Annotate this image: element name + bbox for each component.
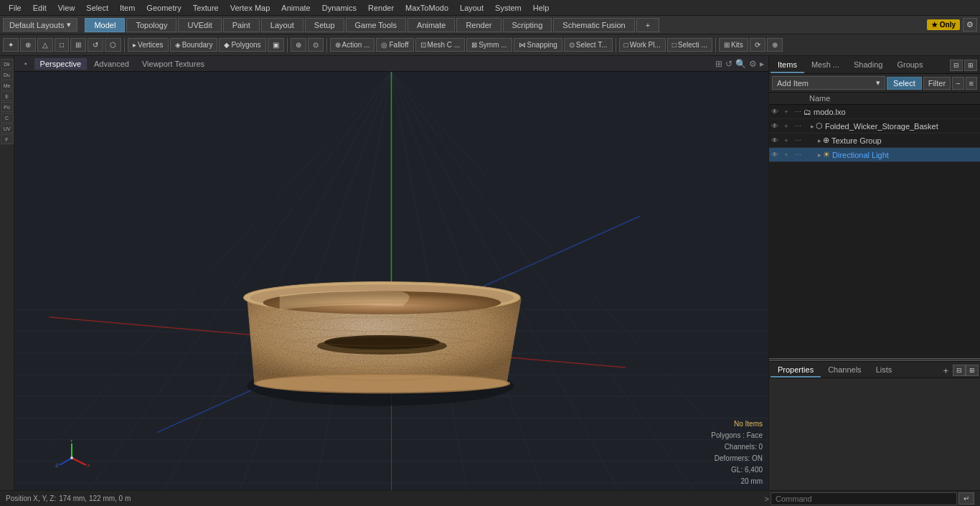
menu-help[interactable]: Help — [527, 2, 555, 14]
tab-game-tools[interactable]: Game Tools — [346, 18, 407, 32]
left-tool-dup[interactable]: Du — [1, 70, 14, 80]
command-input[interactable] — [771, 492, 957, 505]
tool-falloff[interactable]: ◎ Falloff — [376, 38, 413, 52]
add-texgroup[interactable]: + — [781, 137, 792, 144]
list-item-dirlight[interactable]: 👁 + ⋯ ▸ ☀ Directional Light — [769, 148, 980, 162]
tool-boundary[interactable]: ◈ Boundary — [170, 38, 218, 52]
menu-edit[interactable]: Edit — [27, 2, 52, 14]
layout-settings-btn[interactable]: ⚙ — [963, 18, 977, 32]
tab-animate[interactable]: Animate — [407, 18, 455, 32]
menu-view[interactable]: View — [52, 2, 81, 14]
tool-circle[interactable]: ⊕ — [20, 38, 36, 52]
tool-action[interactable]: ⊕ Action ... — [330, 38, 375, 52]
tool-expand[interactable]: ⊕ — [767, 38, 783, 52]
props-collapse-btn[interactable]: ⊟ — [953, 365, 966, 376]
eye-dirlight[interactable]: 👁 — [769, 151, 781, 159]
viewport-canvas[interactable]: X Y Z No Items Polygons : Face Channels:… — [14, 72, 768, 490]
tool-kits[interactable]: ⊞ Kits — [719, 38, 748, 52]
tool-snapping[interactable]: ⋈ Snapping — [514, 38, 562, 52]
eye-modo[interactable]: 👁 — [769, 108, 781, 116]
props-tab-lists[interactable]: Lists — [869, 363, 900, 378]
tool-toggle2[interactable]: ⊙ — [308, 38, 324, 52]
tab-model[interactable]: Model — [85, 18, 125, 32]
tab-setup[interactable]: Setup — [305, 18, 344, 32]
items-minus-btn[interactable]: − — [952, 77, 963, 90]
vp-ctrl-settings[interactable]: ⚙ — [749, 59, 757, 69]
menu-file[interactable]: File — [3, 2, 27, 14]
menu-select[interactable]: Select — [80, 2, 114, 14]
list-item-texgroup[interactable]: 👁 + ⋯ ▸ ⊕ Texture Group — [769, 133, 980, 148]
vp-ctrl-more[interactable]: ▸ — [760, 59, 764, 69]
tool-mesh-c[interactable]: ⊡ Mesh C ... — [415, 38, 466, 52]
left-tool-mes[interactable]: Me — [1, 80, 14, 90]
eye-texgroup[interactable]: 👁 — [769, 136, 781, 144]
props-tab-channels[interactable]: Channels — [821, 363, 868, 378]
link-modo[interactable]: ⋯ — [792, 108, 804, 116]
left-tool-uv[interactable]: UV — [1, 123, 14, 133]
menu-animate[interactable]: Animate — [275, 2, 316, 14]
list-item-basket[interactable]: 👁 + ⋯ ▸ ⬡ Folded_Wicker_Storage_Basket — [769, 119, 980, 133]
tool-cursor[interactable]: ✦ — [3, 38, 19, 52]
add-item-button[interactable]: Add Item ▾ — [772, 76, 885, 90]
tool-grid[interactable]: ⊞ — [70, 38, 86, 52]
props-add-btn[interactable]: + — [938, 364, 953, 378]
tool-vertices[interactable]: ▸ Vertices — [128, 38, 169, 52]
items-settings-btn[interactable]: ≡ — [966, 77, 977, 90]
tool-item-sel[interactable]: ▣ — [268, 38, 284, 52]
menu-maxtomodo[interactable]: MaxToModo — [400, 2, 454, 14]
menu-dynamics[interactable]: Dynamics — [316, 2, 362, 14]
command-submit-btn[interactable]: ↵ — [958, 492, 974, 505]
tool-polygons[interactable]: ◆ Polygons — [219, 38, 265, 52]
menu-vertex-map[interactable]: Vertex Map — [225, 2, 276, 14]
right-tab-groups[interactable]: Groups — [890, 57, 930, 73]
menu-layout[interactable]: Layout — [454, 2, 489, 14]
tool-rotate[interactable]: ↺ — [88, 38, 103, 52]
tool-symm[interactable]: ⊠ Symm ... — [466, 38, 512, 52]
vp-tab-perspective[interactable]: Perspective — [34, 58, 87, 70]
texgroup-collapse[interactable]: ▸ — [818, 137, 821, 144]
menu-item[interactable]: Item — [114, 2, 141, 14]
layout-dropdown[interactable]: Default Layouts ▾ — [3, 18, 77, 32]
vp-tab-advanced[interactable]: Advanced — [88, 58, 135, 70]
props-tab-properties[interactable]: Properties — [771, 363, 821, 378]
tab-scripting[interactable]: Scripting — [503, 18, 552, 32]
menu-geometry[interactable]: Geometry — [141, 2, 187, 14]
props-expand-btn[interactable]: ⊞ — [966, 365, 979, 376]
right-panel-expand[interactable]: ⊞ — [964, 60, 977, 71]
tab-topology[interactable]: Topology — [126, 18, 176, 32]
right-panel-collapse[interactable]: ⊟ — [950, 60, 963, 71]
link-dirlight[interactable]: ⋯ — [792, 151, 804, 159]
menu-system[interactable]: System — [489, 2, 527, 14]
tool-refresh[interactable]: ⟳ — [750, 38, 765, 52]
add-modo[interactable]: + — [781, 108, 792, 116]
tab-uvedit[interactable]: UVEdit — [178, 18, 221, 32]
tab-add[interactable]: + — [636, 18, 659, 32]
select-button[interactable]: Select — [887, 77, 922, 90]
tab-paint[interactable]: Paint — [223, 18, 260, 32]
tool-triangle[interactable]: △ — [37, 38, 53, 52]
right-tab-items[interactable]: Items — [771, 57, 804, 73]
add-dirlight[interactable]: + — [781, 151, 792, 159]
tool-work-pl[interactable]: □ Work Pl... — [619, 38, 666, 52]
link-basket[interactable]: ⋯ — [792, 123, 804, 130]
list-item-modo[interactable]: 👁 + ⋯ 🗂 modo.lxo — [769, 105, 980, 119]
vp-tab-viewport-textures[interactable]: Viewport Textures — [136, 58, 210, 70]
tool-hex[interactable]: ⬡ — [105, 38, 121, 52]
tab-layout[interactable]: Layout — [261, 18, 303, 32]
left-tool-pol[interactable]: Po — [1, 102, 14, 112]
right-tab-mesh[interactable]: Mesh ... — [804, 57, 847, 73]
left-tool-c[interactable]: C — [1, 113, 14, 123]
tool-selecti[interactable]: □ Selecti ... — [667, 38, 712, 52]
vp-ctrl-rotate[interactable]: ↺ — [725, 59, 732, 69]
menu-texture[interactable]: Texture — [187, 2, 225, 14]
eye-basket[interactable]: 👁 — [769, 122, 781, 130]
tab-schematic[interactable]: Schematic Fusion — [553, 18, 634, 32]
tool-square[interactable]: □ — [55, 38, 69, 52]
vp-ctrl-expand[interactable]: ⊞ — [715, 59, 722, 69]
link-texgroup[interactable]: ⋯ — [792, 137, 804, 144]
add-basket[interactable]: + — [781, 123, 792, 130]
tab-render[interactable]: Render — [456, 18, 501, 32]
menu-render[interactable]: Render — [362, 2, 400, 14]
left-tool-f[interactable]: F — [1, 134, 14, 144]
left-tool-e[interactable]: E — [1, 91, 14, 101]
